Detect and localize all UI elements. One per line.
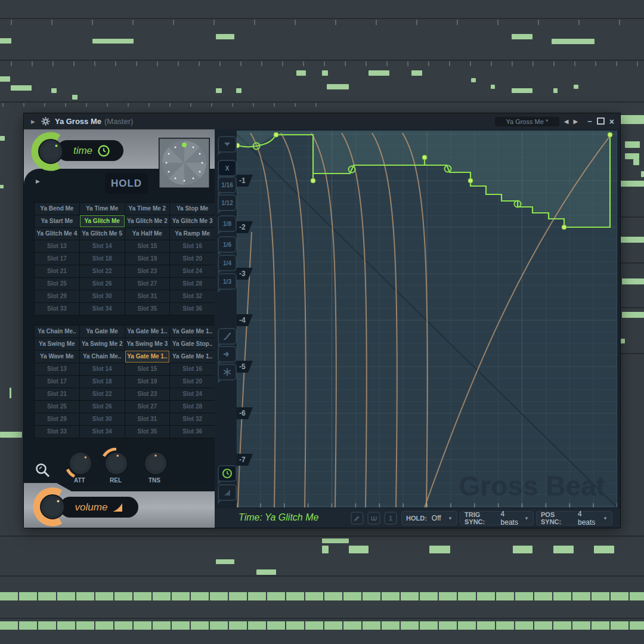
prev-preset-button[interactable]: ◀	[564, 118, 569, 125]
time-slot-cell[interactable]: Ya Half Me	[125, 228, 170, 240]
time-slot-cell[interactable]: Slot 15	[125, 240, 170, 252]
time-slot-cell[interactable]: Ya Glitch Me 2	[125, 215, 170, 227]
volume-slot-cell[interactable]: Slot 25	[35, 401, 79, 413]
minimize-button[interactable]: −	[587, 117, 592, 126]
time-slot-cell[interactable]: Slot 36	[170, 303, 215, 315]
hold-button[interactable]: HOLD	[105, 173, 148, 194]
graph-menu-button[interactable]	[218, 136, 237, 153]
volume-slot-cell[interactable]: Slot 20	[170, 376, 215, 388]
volume-slot-cell[interactable]: Slot 15	[125, 363, 170, 375]
volume-slot-cell[interactable]: Ya Gate Me 1..	[125, 351, 170, 363]
time-slot-cell[interactable]: Ya Glitch Me 3	[170, 215, 215, 227]
volume-slot-cell[interactable]: Ya Swing Me 2	[80, 338, 125, 350]
volume-slot-cell[interactable]: Slot 30	[80, 413, 125, 425]
time-slot-cell[interactable]: Slot 13	[35, 240, 79, 252]
volume-slot-cell[interactable]: Slot 23	[125, 388, 170, 400]
time-slot-cell[interactable]: Slot 24	[170, 265, 215, 277]
volume-slot-cell[interactable]: Slot 27	[125, 401, 170, 413]
time-slot-cell[interactable]: Slot 34	[80, 303, 125, 315]
volume-slot-cell[interactable]: Slot 22	[80, 388, 125, 400]
step-tool-button[interactable]	[218, 346, 237, 363]
volume-slot-cell[interactable]: Slot 35	[125, 426, 170, 438]
snap-button-1-8[interactable]: 1/8	[218, 215, 237, 232]
time-slot-cell[interactable]: Slot 29	[35, 290, 79, 302]
snap-button-1-12[interactable]: 1/12	[218, 194, 237, 211]
volume-slot-cell[interactable]: Ya Chain Me..	[35, 326, 79, 338]
snap-button-x[interactable]: X	[218, 160, 237, 177]
time-slot-cell[interactable]: Ya Glitch Me 5	[80, 228, 125, 240]
volume-slot-cell[interactable]: Slot 14	[80, 363, 125, 375]
detach-arrow-icon[interactable]: ▶	[31, 119, 35, 125]
zoom-tool-icon[interactable]	[35, 462, 51, 480]
volume-slot-cell[interactable]: Slot 26	[80, 401, 125, 413]
volume-slot-cell[interactable]: Slot 28	[170, 401, 215, 413]
time-slot-cell[interactable]: Slot 16	[170, 240, 215, 252]
snap-one-button[interactable]: 1	[384, 512, 397, 525]
tab-volume-map[interactable]	[218, 484, 237, 501]
time-slot-cell[interactable]: Slot 28	[170, 278, 215, 290]
volume-slot-cell[interactable]: Slot 31	[125, 413, 170, 425]
volume-slot-cell[interactable]: Slot 17	[35, 376, 79, 388]
time-slot-cell[interactable]: Ya Glitch Me	[80, 215, 125, 227]
time-slot-cell[interactable]: Ya Bend Me	[35, 203, 79, 215]
time-slot-cell[interactable]: Slot 20	[170, 253, 215, 265]
volume-slot-cell[interactable]: Slot 13	[35, 363, 79, 375]
time-map-editor[interactable]: Gross Beat-1-2-3-4-5-6-7	[237, 131, 617, 507]
volume-slot-cell[interactable]: Slot 21	[35, 388, 79, 400]
time-slot-cell[interactable]: Slot 26	[80, 278, 125, 290]
volume-slot-cell[interactable]: Ya Chain Me..	[80, 351, 125, 363]
volume-slot-cell[interactable]: Ya Wave Me	[35, 351, 79, 363]
slot-menu-arrow-icon[interactable]: ▶	[36, 178, 40, 184]
tab-time-map[interactable]	[218, 465, 237, 482]
gear-icon[interactable]	[41, 117, 50, 126]
time-slot-cell[interactable]: Slot 23	[125, 265, 170, 277]
volume-slot-cell[interactable]: Slot 16	[170, 363, 215, 375]
time-slot-cell[interactable]: Slot 31	[125, 290, 170, 302]
volume-slot-cell[interactable]: Slot 34	[80, 426, 125, 438]
steps-mode-button[interactable]	[367, 512, 380, 525]
volume-slot-cell[interactable]: Slot 24	[170, 388, 215, 400]
snap-button-1-6[interactable]: 1/6	[218, 236, 237, 253]
time-slot-cell[interactable]: Slot 21	[35, 265, 79, 277]
plugin-titlebar[interactable]: ▶ Ya Gross Me (Master) Ya Gross Me * ◀ ▶…	[24, 113, 620, 130]
time-slot-cell[interactable]: Slot 25	[35, 278, 79, 290]
volume-slot-cell[interactable]: Slot 19	[125, 376, 170, 388]
time-slot-cell[interactable]: Slot 19	[125, 253, 170, 265]
freeze-tool-button[interactable]	[218, 364, 237, 380]
time-slot-cell[interactable]: Ya Start Me	[35, 215, 79, 227]
volume-mix-knob[interactable]	[31, 487, 75, 528]
time-slot-cell[interactable]: Ya Ramp Me	[170, 228, 215, 240]
smooth-tool-button[interactable]	[218, 328, 237, 345]
snap-button-1-3[interactable]: 1/3	[218, 273, 237, 290]
draw-mode-button[interactable]	[351, 512, 364, 525]
hold-mode-dropdown[interactable]: HOLD: Off ▼	[401, 511, 457, 525]
time-slot-cell[interactable]: Slot 14	[80, 240, 125, 252]
time-slot-cell[interactable]: Ya Glitch Me 4	[35, 228, 79, 240]
volume-slot-cell[interactable]: Ya Swing Me 3	[125, 338, 170, 350]
volume-slot-cell[interactable]: Slot 29	[35, 413, 79, 425]
time-slot-cell[interactable]: Ya Stop Me	[170, 203, 215, 215]
time-slot-cell[interactable]: Slot 17	[35, 253, 79, 265]
volume-slot-cell[interactable]: Ya Gate Me 1..	[170, 351, 215, 363]
volume-slot-cell[interactable]: Ya Gate Me 1..	[170, 326, 215, 338]
time-mix-knob[interactable]	[29, 129, 73, 174]
volume-slot-cell[interactable]: Slot 36	[170, 426, 215, 438]
next-preset-button[interactable]: ▶	[574, 118, 578, 125]
time-slot-cell[interactable]: Slot 27	[125, 278, 170, 290]
time-slot-cell[interactable]: Slot 32	[170, 290, 215, 302]
time-slot-cell[interactable]: Slot 35	[125, 303, 170, 315]
volume-slot-cell[interactable]: Ya Gate Stop..	[170, 338, 215, 350]
volume-slot-cell[interactable]: Slot 33	[35, 426, 79, 438]
volume-slot-cell[interactable]: Slot 18	[80, 376, 125, 388]
pos-sync-dropdown[interactable]: POS SYNC: 4 beats ▼	[536, 511, 612, 525]
trig-sync-dropdown[interactable]: TRIG SYNC: 4 beats ▼	[460, 511, 534, 525]
close-button[interactable]: ×	[609, 117, 614, 126]
time-slot-cell[interactable]: Slot 18	[80, 253, 125, 265]
snap-button-1-4[interactable]: 1/4	[218, 255, 237, 271]
volume-slot-cell[interactable]: Ya Swing Me	[35, 338, 79, 350]
time-slot-cell[interactable]: Ya Time Me	[80, 203, 125, 215]
volume-slot-cell[interactable]: Slot 32	[170, 413, 215, 425]
time-slot-cell[interactable]: Ya Time Me 2	[125, 203, 170, 215]
time-slot-cell[interactable]: Slot 33	[35, 303, 79, 315]
volume-slot-cell[interactable]: Ya Gate Me	[80, 326, 125, 338]
